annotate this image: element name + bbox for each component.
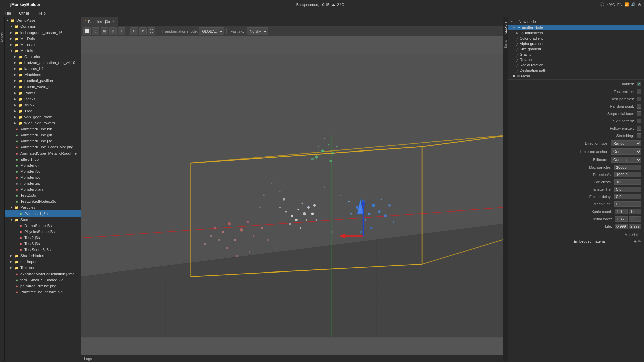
initial-force-input-2[interactable] <box>629 216 641 222</box>
size-gradient-item[interactable]: ╱ Size gradient <box>508 46 644 52</box>
sidebar-item-monster-gltf[interactable]: ■ Monster.gltf <box>5 162 81 168</box>
sidebar-item-rocks[interactable]: ▶ 📁 Rocks <box>5 96 81 102</box>
sidebar-item-ocean[interactable]: ▶ 📁 ocean_wave_test <box>5 84 81 90</box>
sidebar-item-scenes-folder[interactable]: ▼ 📁 Scenes <box>5 217 81 223</box>
sequential-face-checkbox[interactable] <box>637 111 641 116</box>
follow-emitter-checkbox[interactable] <box>637 126 641 131</box>
3d-canvas[interactable] <box>81 36 503 355</box>
emitter-life-input[interactable] <box>614 187 641 192</box>
sidebar-item-materials[interactable]: ▶ 📁 Materials <box>5 42 81 48</box>
fast-sky-select[interactable]: No sky Day Night <box>247 27 268 35</box>
initial-force-input-1[interactable] <box>615 216 628 222</box>
direction-type-select[interactable]: Random Normal <box>611 140 641 146</box>
sidebar-item-animcube-png[interactable]: ■ AnimatedCube_BaseColor.png <box>5 144 81 150</box>
sidebar-item-hadzad[interactable]: ▶ 📁 hadzad_animation_run_v4.10 <box>5 60 81 66</box>
sidebar-item-testimport[interactable]: ▶ 📁 testImport <box>5 259 81 265</box>
sprite-count-input-2[interactable] <box>629 209 641 214</box>
rotation-item[interactable]: ╱ Rotation <box>508 57 644 62</box>
sidebar-item-lechauguette[interactable]: ▶ 📁 lechauguette_tusson_16 <box>5 29 81 36</box>
material-edit-button[interactable]: ✏ <box>638 239 641 244</box>
sidebar-item-matdefs[interactable]: ▶ 📁 MatDefs <box>5 36 81 42</box>
sidebar-item-monster0-bin[interactable]: ■ Monster0.bin <box>5 186 81 192</box>
test-particles-checkbox[interactable] <box>637 97 641 101</box>
sidebar-item-fern[interactable]: ■ fern_Small_5_Bladed.j3o <box>5 277 81 283</box>
sidebar-item-exported-j3md[interactable]: ■ exportedMaterialDefinition.j3md <box>5 271 81 277</box>
mesh-item[interactable]: ▶ ⊞ Mesh <box>508 73 644 79</box>
random-point-checkbox[interactable] <box>637 104 641 109</box>
new-node-header[interactable]: ▼ ⊞ New node <box>508 19 644 25</box>
sidebar-item-machines[interactable]: ▶ 📁 Machines <box>5 72 81 78</box>
test-emitter-checkbox[interactable] <box>637 89 641 94</box>
toolbar-btn-5[interactable]: ✛ <box>118 27 125 35</box>
destination-path-item[interactable]: ╱ Destination path <box>508 68 644 73</box>
material-add-button[interactable]: + <box>634 239 637 244</box>
gravity-item[interactable]: ╱ Gravity <box>508 52 644 57</box>
right-tab-editing[interactable]: Editing <box>503 36 508 49</box>
sidebar-item-animcube-j3o[interactable]: ■ AnimatedCube.j3o <box>5 138 81 144</box>
toolbar-btn-rotate[interactable]: ↻ <box>130 27 138 35</box>
emitter-node-item[interactable]: ▶ ✦ Emitter Node <box>508 25 644 30</box>
emissions-per-sec-input[interactable] <box>614 172 641 177</box>
sidebar-item-palmtree-png[interactable]: ■ palmtree_diffuse.png <box>5 283 81 289</box>
sidebar-item-monster-jpg[interactable]: ■ Monster.jpg <box>5 174 81 180</box>
magnitude-input[interactable] <box>614 201 641 207</box>
sidebar-item-animcube-gltf[interactable]: ■ AnimatedCube.gltf <box>5 132 81 138</box>
right-tab-objects[interactable]: Objects <box>503 21 508 35</box>
sidebar-item-wien[interactable]: ▶ 📁 wien_twin_towers <box>5 120 81 126</box>
sidebar-item-plants[interactable]: ▶ 📁 Plants <box>5 90 81 96</box>
sidebar-item-common[interactable]: ▼ 📁 Common <box>5 23 81 29</box>
sidebar-item-particles1[interactable]: ■ Particles1.j3o <box>5 210 81 217</box>
sidebar-item-effect1[interactable]: ■ Effect1.j3o <box>5 156 81 162</box>
radial-rotation-item[interactable]: ╱ Radial rotation <box>508 62 644 68</box>
sidebar-item-monster-zip[interactable]: ■ monster.zip <box>5 180 81 186</box>
sidebar-item-test2-j3o[interactable]: ■ Test2.j3o <box>5 192 81 198</box>
toolbar-btn-1[interactable]: ⬜ <box>83 27 91 35</box>
skip-pattern-checkbox[interactable] <box>637 119 641 123</box>
sidebar-item-lazurus[interactable]: ▶ 📁 lazurus_b4 <box>5 66 81 72</box>
sidebar-item-animcube-bin[interactable]: ■ AnimatedCube.bin <box>5 126 81 132</box>
sidebar-item-particles-folder[interactable]: ▼ 📁 Particles <box>5 204 81 210</box>
max-particles-input[interactable] <box>614 165 641 170</box>
sidebar-item-palmtree-bin[interactable]: ■ Palmtree_no_deform.bin <box>5 289 81 295</box>
sidebar-item-shadernodes[interactable]: ▶ 📁 ShaderNodes <box>5 253 81 259</box>
sidebar-item-textures[interactable]: ▶ 📁 Textures <box>5 265 81 271</box>
color-gradient-item[interactable]: ╱ Color gradient <box>508 36 644 41</box>
life-input-2[interactable] <box>629 224 641 229</box>
sidebar-item-physics[interactable]: ■ PhysicsScene.j3s <box>5 229 81 235</box>
toolbar-btn-2[interactable]: ⬚ <box>92 27 99 35</box>
influencers-item[interactable]: ▶ ⊹ Influencers <box>508 30 644 36</box>
sidebar-item-vangogh[interactable]: ▶ 📁 van_gogh_room <box>5 114 81 120</box>
viewport-tab[interactable]: * Particles1.j3o ✕ <box>81 17 118 26</box>
toolbar-btn-4[interactable]: ⊟ <box>109 27 117 35</box>
alpha-gradient-item[interactable]: ╱ Alpha gradient <box>508 41 644 46</box>
window-controls[interactable]: ··· <box>3 2 8 7</box>
enabled-checkbox[interactable]: ✓ <box>637 82 641 86</box>
sidebar-item-animcube-metal[interactable]: ■ AnimatedCube_MetallicRoughne <box>5 150 81 156</box>
sidebar-item-models[interactable]: ▼ 📁 Models <box>5 48 81 54</box>
tree-root[interactable]: ▼ 📁 DemoAsset <box>5 17 81 23</box>
toolbar-btn-settings[interactable]: ⚙ <box>139 27 147 35</box>
menu-file[interactable]: File <box>3 10 13 16</box>
tab-close-button[interactable]: ✕ <box>112 20 115 23</box>
sidebar-item-centurion[interactable]: ▶ 📁 Centurion <box>5 54 81 60</box>
sidebar-item-testscene3[interactable]: ■ TestScene3.j3s <box>5 247 81 253</box>
sidebar-item-ship6[interactable]: ▶ 📁 ship6 <box>5 102 81 108</box>
sidebar-item-test3-j3s[interactable]: ■ Test3.j3s <box>5 241 81 247</box>
stretching-checkbox[interactable] <box>637 133 641 138</box>
sidebar-item-tree[interactable]: ▶ 📁 Tree <box>5 108 81 114</box>
toolbar-btn-grid[interactable]: ⛶ <box>148 27 155 35</box>
sprite-count-input-1[interactable] <box>615 209 628 214</box>
sidebar-item-testlinked[interactable]: ■ TestLinkedNodes.j3o <box>5 198 81 204</box>
life-input-1[interactable] <box>615 224 628 229</box>
transform-mode-select[interactable]: GLOBAL LOCAL <box>199 27 224 35</box>
sidebar-item-demoscene[interactable]: ■ DemoScene.j3s <box>5 223 81 229</box>
particles-per-sec-input[interactable] <box>614 179 641 185</box>
sidebar-item-monster-j3o[interactable]: ■ Monster.j3o <box>5 168 81 174</box>
left-tab-label[interactable]: Assets <box>0 31 5 44</box>
sidebar-item-medical[interactable]: ▶ 📁 medical_pavilion <box>5 78 81 84</box>
toolbar-btn-3[interactable]: ⊞ <box>101 27 108 35</box>
emission-anchor-select[interactable]: Center Origin <box>611 148 641 155</box>
billboard-select[interactable]: Camera None <box>611 157 641 163</box>
sidebar-item-test2-j3s[interactable]: ■ Test2.j3s <box>5 235 81 241</box>
emitter-delay-input[interactable] <box>614 194 641 199</box>
